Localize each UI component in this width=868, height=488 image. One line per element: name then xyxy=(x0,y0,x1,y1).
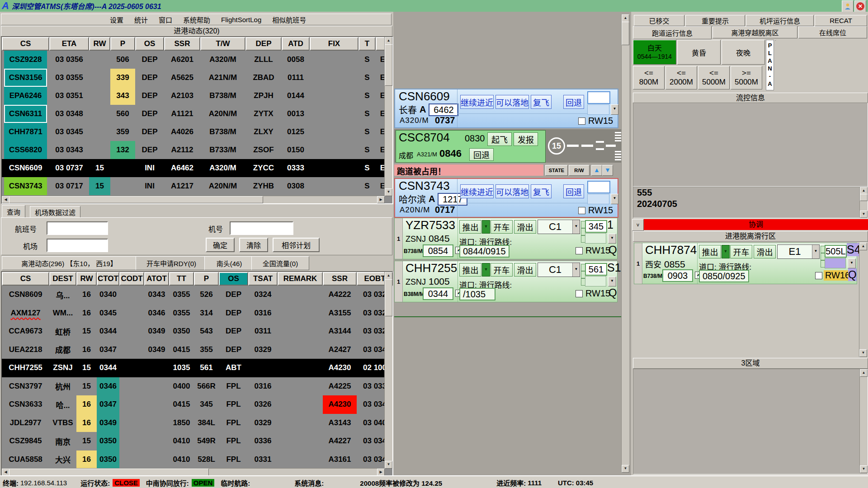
tab-startup-request[interactable]: 开车申请RDY(0) xyxy=(136,256,207,270)
stand-input[interactable]: 505L xyxy=(825,245,847,258)
apron-info-button[interactable]: 机坪运行信息 xyxy=(746,15,814,26)
taxi-out-button[interactable]: 滑出 xyxy=(514,220,536,234)
menu-item[interactable]: 系统帮助 xyxy=(183,15,210,24)
table-row[interactable]: CCA9673虹桥 150344 0349 0350543 DEP0311 A3… xyxy=(2,322,385,341)
menu-item[interactable]: 相似航班号 xyxy=(272,15,306,24)
column-header[interactable]: RW xyxy=(89,37,110,51)
pushback-dropdown[interactable]: ▼ xyxy=(482,220,490,234)
route-times[interactable]: /1035 xyxy=(459,288,495,300)
runway-mode-cell[interactable] xyxy=(775,40,776,41)
title-bar[interactable]: A 深圳空管ATMS(东塔台席)---A 2025-0605 0631 ✕ xyxy=(0,0,868,12)
time-input[interactable]: 0903 xyxy=(662,269,693,282)
dropdown-button[interactable]: ▼ xyxy=(608,234,616,244)
vertical-scrollbar[interactable]: ▲ ▼ xyxy=(621,14,629,473)
pushback-dropdown[interactable]: ▼ xyxy=(722,245,730,258)
horizontal-scrollbar[interactable]: ◀ ▶ xyxy=(2,196,385,203)
departure-strip[interactable]: 1 CHH7255 ZSNJ1005 B38M/M 0344 ✔ 推出 ▼ 开车… xyxy=(394,261,618,302)
go-around-button[interactable]: 复飞 xyxy=(531,184,552,198)
column-header[interactable]: OS xyxy=(135,37,164,51)
vertical-scrollbar[interactable]: ▲ ▼ xyxy=(859,369,868,473)
tab-airport-filter[interactable]: 机场数据过滤 xyxy=(30,206,80,218)
continue-approach-button[interactable]: 继续进近 xyxy=(460,95,494,109)
cleared-to-land-button[interactable]: 可以落地 xyxy=(495,184,529,198)
column-header[interactable]: T xyxy=(359,37,376,51)
strip-input-2[interactable] xyxy=(587,194,609,204)
takeoff-button[interactable]: 起飞 xyxy=(487,132,512,146)
column-header[interactable]: CS xyxy=(2,272,49,286)
pushback-button[interactable]: 推出 xyxy=(459,263,481,277)
blank-input[interactable] xyxy=(825,258,846,268)
taxi-out-button[interactable]: 滑出 xyxy=(754,245,776,258)
send-report-button[interactable]: 发报 xyxy=(514,132,538,146)
vertical-scrollbar[interactable]: ▲ ▼ xyxy=(384,37,392,196)
column-header[interactable]: SSR xyxy=(164,37,200,51)
blank-input[interactable] xyxy=(585,276,606,286)
column-header[interactable]: ATD xyxy=(282,37,310,51)
startup-button[interactable]: 开车 xyxy=(491,263,513,277)
go-around-button[interactable]: 复飞 xyxy=(531,95,552,109)
tab-national-flow[interactable]: 全国流量(0) xyxy=(251,256,309,270)
strip-input-2[interactable] xyxy=(587,104,609,115)
menu-item[interactable]: FlightSortLog xyxy=(221,16,261,23)
ssr-input[interactable]: 6462 xyxy=(429,103,458,116)
list-item[interactable]: 555 xyxy=(633,187,868,198)
undo-button[interactable]: 回退 xyxy=(563,184,584,198)
column-header[interactable]: CS xyxy=(2,37,49,51)
strip-checkbox-2[interactable] xyxy=(576,247,583,254)
pushback-button[interactable]: 推出 xyxy=(699,245,721,258)
table-row[interactable]: CSN3633哈... 160347 0415345 FPL0326 A4230… xyxy=(2,395,385,414)
column-header[interactable]: FIX xyxy=(310,37,359,51)
move-down-button[interactable]: ▼ xyxy=(602,165,613,176)
tail-no-input[interactable] xyxy=(230,221,293,235)
column-header[interactable]: ETA xyxy=(49,37,89,51)
tab-online-seats[interactable]: 在线席位 xyxy=(798,26,867,38)
dropdown-button[interactable]: ▼ xyxy=(611,104,618,115)
route-times[interactable]: 0844/0915 xyxy=(459,245,509,258)
taxi-out-button[interactable]: 滑出 xyxy=(514,263,536,277)
visibility-button[interactable]: <=2000M xyxy=(665,66,697,89)
column-header[interactable]: REMARK xyxy=(278,272,323,286)
night-button[interactable]: 夜晚 xyxy=(722,40,765,65)
column-header[interactable]: OS xyxy=(219,272,248,286)
departure-strip[interactable]: 1 CHH7874 西安0855 B738/M 0903 ✔ 推出 ▼ 开车 滑… xyxy=(634,243,857,284)
move-up-button[interactable]: ▲ xyxy=(591,165,602,176)
recat-button[interactable]: RECAT xyxy=(815,15,867,26)
undo-button[interactable]: 回退 xyxy=(469,148,494,161)
visibility-button[interactable]: >=5000M xyxy=(731,66,762,89)
column-header[interactable]: RW xyxy=(76,272,97,286)
list-item[interactable]: 20240705 xyxy=(633,198,868,210)
column-header[interactable]: P xyxy=(110,37,135,51)
airport-input[interactable] xyxy=(47,239,108,252)
runway-button[interactable]: R/W xyxy=(569,165,590,176)
strip-checkbox-2[interactable] xyxy=(576,290,583,297)
tab-departures[interactable]: 离港动态(296) 【东10， 西19】 xyxy=(2,256,137,270)
table-row[interactable]: CSZ922803 0356 506 DEPA6201 A320/MZLLL 0… xyxy=(2,51,385,69)
table-row[interactable]: EPA624603 0351 343 DEPA2103 B738/MZPJH 0… xyxy=(2,87,385,105)
stand-input[interactable]: 561 xyxy=(585,263,607,276)
menu-item[interactable]: 设置 xyxy=(110,15,123,24)
table-row[interactable]: CSN631103 0348 560 DEPA1121 A20N/MZYTX 0… xyxy=(2,105,385,123)
daytime-button[interactable]: 白天0544—1914 xyxy=(633,40,676,65)
column-header[interactable]: P xyxy=(194,272,219,286)
column-header[interactable]: CTOT xyxy=(97,272,119,286)
table-row[interactable]: JDL2977VTBS 160349 1850384L FPL0329 A314… xyxy=(2,414,385,432)
gate-combo[interactable]: E1▼ xyxy=(777,244,820,259)
user-button[interactable] xyxy=(842,0,854,12)
startup-button[interactable]: 开车 xyxy=(491,220,513,234)
column-header[interactable]: TSAT xyxy=(248,272,278,286)
dusk-button[interactable]: 黄昏 xyxy=(677,40,721,65)
clear-button[interactable]: 清除 xyxy=(239,238,268,252)
strip-checkbox[interactable] xyxy=(578,117,585,125)
coordination-bar[interactable]: 协调 xyxy=(644,219,868,230)
stand-input[interactable]: 345 xyxy=(585,220,607,233)
table-row[interactable]: CHH7255ZSNJ 150344 1035561 ABT A4230 02 … xyxy=(2,359,385,377)
table-row[interactable]: UEA2218成都 160347 0349 0415355 DEP0329 A2… xyxy=(2,341,385,359)
strip-checkbox[interactable] xyxy=(578,207,585,214)
pushback-dropdown[interactable]: ▼ xyxy=(482,263,490,277)
vertical-scrollbar[interactable]: ▲ ▼ xyxy=(859,187,868,218)
gate-combo[interactable]: C1▼ xyxy=(538,220,580,234)
table-row[interactable]: CSN315603 0355 339 DEPA5625 A21N/MZBAD 0… xyxy=(2,69,385,87)
column-header[interactable]: SSR xyxy=(323,272,357,286)
confirm-button[interactable]: 确定 xyxy=(206,238,235,252)
tab-query[interactable]: 查询 xyxy=(2,205,25,218)
